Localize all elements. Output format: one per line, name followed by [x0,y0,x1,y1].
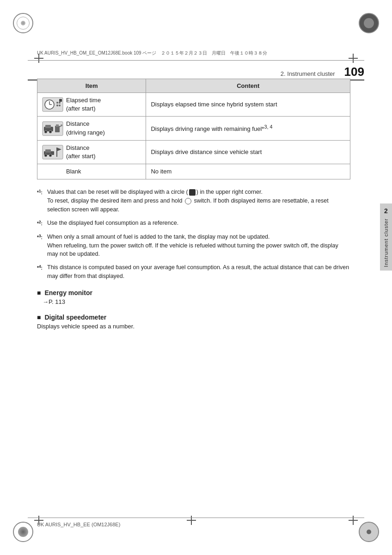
side-tab: 2 Instrument cluster [380,204,392,271]
header-meta: UK AURIS_HV_HB_OM_EE_OM12J68E.book 109 ペ… [37,50,267,56]
distance-driving-icon [42,121,63,136]
table-header-content: Content [146,79,350,93]
elapsed-time-icon [42,97,63,112]
note-sup-3: *3: [37,233,46,242]
footer-line [28,518,364,518]
table-header-item: Item [37,79,146,93]
blank-label: Blank [66,167,81,176]
svg-rect-20 [45,149,51,153]
svg-point-13 [49,130,52,133]
side-tab-number: 2 [384,207,388,215]
page-number: 109 [344,66,364,78]
note-3: *3: When only a small amount of fuel is … [37,233,350,259]
svg-rect-15 [56,124,59,127]
crosshair-header-right [349,54,358,63]
crosshair-footer-right [349,516,358,525]
note-text-3: When only a small amount of fuel is adde… [47,233,350,259]
note-sup-1: *1: [37,188,46,197]
table-cell-content-blank: No item [146,164,350,179]
digital-speedometer-body: Displays vehicle speed as a number. [37,323,350,330]
note-1: *1: Values that can be reset will be dis… [37,188,350,214]
note-text-2: Use the displayed fuel consumption as a … [47,219,350,228]
table-cell-content-distance: Displays drive distance since vehicle st… [146,140,350,164]
table-cell-item-blank: Blank [37,164,146,179]
distance-after-start-icon [42,145,63,160]
digital-speedometer-heading: Digital speedometer [37,314,350,321]
item-label-elapsed: Elapsed time (after start) [66,96,101,113]
table-cell-content-elapsed: Displays elapsed time since hybrid syste… [146,93,350,117]
table-cell-item: Elapsed time (after start) [37,93,146,117]
svg-point-4 [56,102,58,104]
crosshair-bottom-center [187,516,196,525]
note-text-4: This distance is computed based on your … [47,263,350,281]
svg-point-12 [44,130,47,133]
main-content: Item Content [37,79,350,334]
footer-text: UK AURIS_HV_HB_EE (OM12J68E) [37,522,120,527]
table-row: Blank No item [37,164,350,179]
table-cell-content-driving: Displays driving range with remaining fu… [146,117,350,140]
item-label-distance-start: Distance (after start) [66,144,96,160]
note-text-1: Values that can be reset will be display… [47,188,350,214]
page: UK AURIS_HV_HB_OM_EE_OM12J68E.book 109 ペ… [0,0,392,555]
hold-button-icon [185,198,191,204]
energy-monitor-heading: Energy monitor [37,289,350,296]
section-title: 2. Instrument cluster [281,70,335,77]
header-line [28,60,364,61]
svg-point-22 [49,154,52,157]
notes-section: *1: Values that can be reset will be dis… [37,188,350,280]
note-2: *2: Use the displayed fuel consumption a… [37,219,350,228]
note-4: *4: This distance is computed based on y… [37,263,350,281]
table-cell-item: Distance (after start) [37,140,146,164]
svg-rect-8 [59,99,62,102]
corner-decoration-br [359,522,379,542]
note-sup-2: *2: [37,219,46,228]
svg-point-6 [56,105,58,106]
energy-monitor-ref: →P. 113 [43,298,350,305]
item-label-distance-driving: Distance (driving range) [66,120,105,136]
table-row: Distance (after start) Displays drive di… [37,140,350,164]
corner-decoration-bl [13,522,33,542]
svg-rect-11 [45,125,51,128]
side-tab-label: Instrument cluster [383,218,389,267]
table-cell-item: Distance (driving range) [37,117,146,140]
svg-point-21 [44,154,47,157]
corner-decoration-tr [359,13,379,33]
corner-decoration-tl [13,13,33,33]
table-row: Elapsed time (after start) Displays elap… [37,93,350,117]
table-row: Distance (driving range) Displays drivin… [37,117,350,140]
svg-point-7 [59,105,61,106]
svg-rect-14 [55,126,60,132]
info-table: Item Content [37,79,350,179]
svg-point-17 [61,124,62,126]
note-sup-4: *4: [37,263,46,272]
reset-circle-icon [189,189,196,196]
svg-point-5 [59,102,61,104]
